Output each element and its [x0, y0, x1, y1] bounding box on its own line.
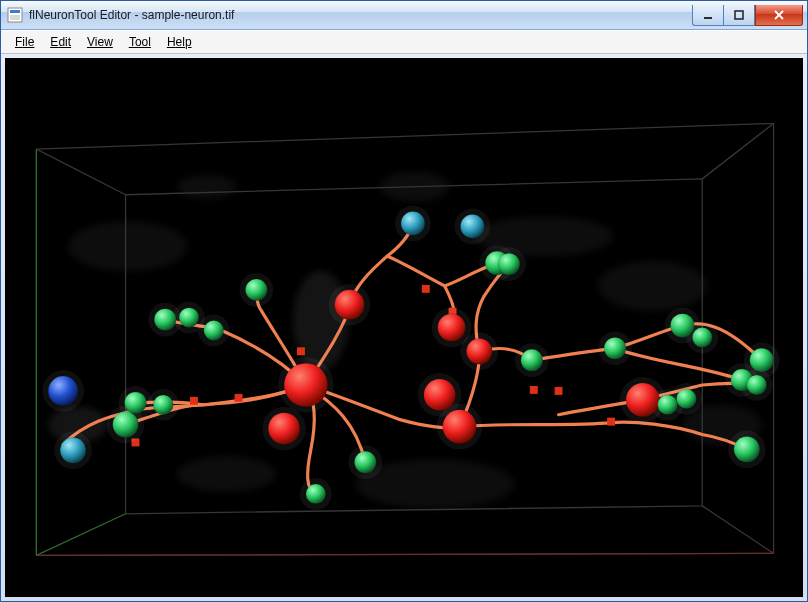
svg-point-16 [177, 175, 236, 199]
svg-line-19 [702, 506, 773, 554]
trace-marker[interactable] [555, 387, 563, 395]
svg-rect-3 [704, 17, 712, 19]
svg-line-17 [36, 149, 125, 195]
node-green[interactable] [604, 337, 626, 359]
menubar: File Edit View Tool Help [1, 30, 807, 54]
svg-point-8 [68, 221, 187, 271]
trace-segment[interactable] [615, 348, 742, 380]
node-green[interactable] [658, 395, 678, 415]
node-cyan[interactable] [460, 215, 484, 239]
node-green[interactable] [671, 314, 695, 338]
trace-marker[interactable] [530, 386, 538, 394]
scene-canvas[interactable] [5, 58, 803, 597]
node-green[interactable] [734, 436, 760, 462]
minimize-button[interactable] [692, 5, 723, 26]
maximize-button[interactable] [723, 5, 755, 26]
svg-line-20 [36, 514, 125, 556]
node-red[interactable] [335, 290, 365, 320]
node-green[interactable] [179, 308, 199, 328]
svg-point-13 [177, 456, 276, 492]
node-red[interactable] [443, 410, 477, 444]
node-blue[interactable] [48, 376, 78, 406]
app-icon [7, 7, 23, 23]
svg-rect-2 [10, 15, 20, 20]
node-green[interactable] [125, 392, 147, 414]
window-controls [692, 5, 803, 25]
app-window: flNeuronTool Editor - sample-neuron.tif … [0, 0, 808, 602]
node-red[interactable] [466, 338, 492, 364]
minimize-icon [702, 9, 714, 21]
node-red[interactable] [268, 413, 300, 445]
node-red[interactable] [438, 314, 466, 342]
node-green[interactable] [204, 321, 224, 341]
node-green[interactable] [306, 484, 326, 504]
node-red[interactable] [424, 379, 456, 411]
3d-viewport[interactable] [5, 58, 803, 597]
node-green[interactable] [154, 309, 176, 331]
menu-file[interactable]: File [7, 33, 42, 51]
menu-tool[interactable]: Tool [121, 33, 159, 51]
svg-rect-4 [735, 11, 743, 19]
close-button[interactable] [755, 5, 803, 26]
svg-rect-1 [10, 10, 20, 13]
node-red[interactable] [284, 363, 328, 407]
svg-point-11 [598, 261, 707, 311]
trace-segment[interactable] [387, 256, 444, 286]
node-green[interactable] [676, 389, 696, 409]
node-green[interactable] [747, 375, 767, 395]
node-red[interactable] [626, 383, 660, 417]
close-icon [772, 9, 786, 21]
node-green[interactable] [113, 412, 139, 438]
node-green[interactable] [354, 451, 376, 473]
titlebar[interactable]: flNeuronTool Editor - sample-neuron.tif [1, 1, 807, 30]
svg-line-18 [702, 123, 773, 178]
menu-help[interactable]: Help [159, 33, 200, 51]
trace-marker[interactable] [297, 347, 305, 355]
maximize-icon [733, 9, 745, 21]
trace-marker[interactable] [190, 397, 198, 405]
svg-line-22 [36, 553, 773, 555]
node-cyan[interactable] [401, 212, 425, 236]
trace-marker[interactable] [235, 394, 243, 402]
node-green[interactable] [521, 349, 543, 371]
menu-view[interactable]: View [79, 33, 121, 51]
window-title: flNeuronTool Editor - sample-neuron.tif [29, 8, 692, 22]
node-green[interactable] [750, 348, 774, 372]
node-green[interactable] [498, 253, 520, 275]
trace-marker[interactable] [607, 418, 615, 426]
node-cyan[interactable] [60, 437, 86, 463]
node-green[interactable] [153, 395, 173, 415]
node-green[interactable] [692, 328, 712, 348]
node-green[interactable] [245, 279, 267, 301]
trace-marker[interactable] [422, 285, 430, 293]
menu-edit[interactable]: Edit [42, 33, 79, 51]
